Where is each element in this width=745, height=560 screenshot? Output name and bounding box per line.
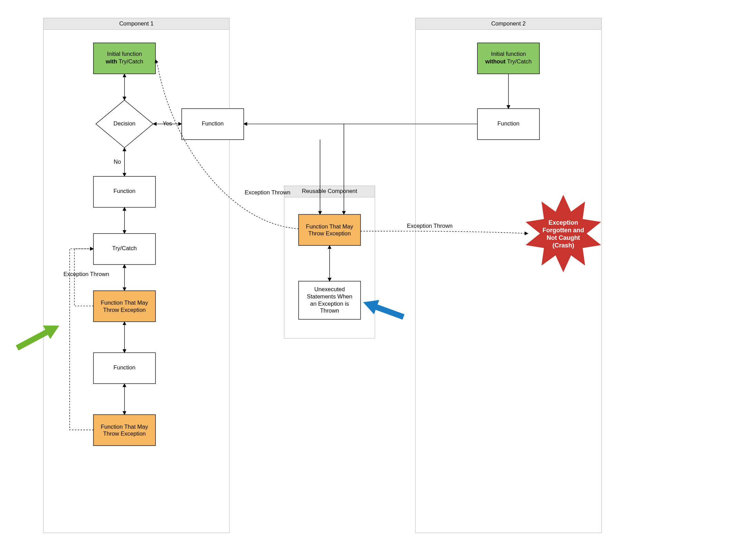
node-c1-initial: Initial function with Try/Catch — [93, 43, 156, 74]
text: Function — [202, 120, 224, 127]
svg-text:Thrown: Thrown — [320, 307, 339, 314]
node-c2-initial: Initial function without Try/Catch — [477, 43, 539, 74]
edge-label-yes: Yes — [163, 120, 172, 127]
edge-label-exception-left: Exception Thrown — [63, 271, 109, 277]
svg-text:Function That May: Function That May — [101, 424, 148, 430]
text: Function — [113, 188, 136, 194]
svg-text:Throw Exception: Throw Exception — [103, 307, 146, 313]
svg-text:Function That May: Function That May — [306, 223, 354, 230]
edge-label-no: No — [114, 159, 121, 165]
text: Decision — [113, 120, 136, 127]
edge-label-exception-right: Exception Thrown — [407, 223, 453, 229]
node-c1-throw2: Function That May Throw Exception — [93, 415, 156, 446]
container-component-2-title: Component 2 — [491, 20, 526, 27]
node-c1-try: Try/Catch — [93, 234, 156, 265]
text: Initial function — [491, 51, 526, 57]
svg-text:Throw Exception: Throw Exception — [308, 230, 351, 237]
container-component-1-title: Component 1 — [119, 20, 154, 27]
node-reuse-throw: Function That May Throw Exception — [299, 214, 361, 245]
text: with — [105, 58, 117, 65]
text: Function — [497, 120, 519, 127]
svg-text:Unexecuted: Unexecuted — [314, 286, 345, 293]
svg-text:with Try/Catch: with Try/Catch — [105, 58, 143, 65]
text: (Crash) — [553, 242, 574, 249]
text: Try/Catch — [117, 58, 143, 65]
container-reusable-title: Reusable Component — [302, 188, 357, 194]
svg-text:without Try/Catch: without Try/Catch — [485, 58, 532, 65]
text: Exception — [548, 219, 578, 226]
node-c1-func4: Function — [93, 353, 156, 384]
svg-text:Statements When: Statements When — [307, 293, 352, 300]
svg-rect-12 — [93, 291, 156, 322]
svg-rect-16 — [93, 415, 156, 446]
svg-rect-19 — [299, 214, 361, 245]
text: Not Caught — [547, 234, 580, 241]
edge-label-exception-mid: Exception Thrown — [245, 189, 290, 196]
svg-text:Throw Exception: Throw Exception — [103, 430, 146, 437]
text: Forgotten and — [543, 227, 584, 234]
text: Try/Catch — [506, 58, 532, 65]
text: without — [485, 58, 506, 65]
text: Function — [113, 364, 136, 371]
node-c1-func-right: Function — [182, 109, 244, 140]
svg-text:Function That May: Function That May — [101, 299, 148, 306]
node-reuse-unexec: Unexecuted Statements When an Exception … — [299, 281, 361, 319]
flowchart-diagram: Component 1 Component 2 Reusable Compone… — [0, 0, 745, 560]
text: Try/Catch — [112, 245, 137, 252]
svg-text:an Exception is: an Exception is — [310, 301, 349, 307]
text: Initial function — [107, 51, 142, 57]
node-c2-func: Function — [477, 109, 539, 140]
node-c1-throw1: Function That May Throw Exception — [93, 291, 156, 322]
node-c1-func-below: Function — [93, 176, 156, 207]
